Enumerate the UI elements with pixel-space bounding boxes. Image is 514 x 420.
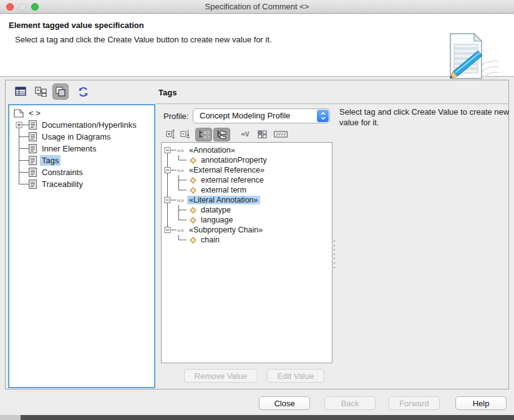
tree-item-external-reference-group[interactable]: «» «External Reference» (162, 165, 332, 175)
tree-connector-collapse[interactable] (164, 225, 177, 235)
tree-item-label: «Annotation» (187, 146, 237, 155)
grid-layout-button[interactable] (255, 130, 269, 138)
tree-connector (164, 205, 189, 215)
tag-diamond-icon (190, 217, 196, 224)
tree-item-language[interactable]: language (162, 215, 332, 225)
edit-value-button[interactable]: Edit Value (267, 369, 324, 383)
tree-item-label: Usage in Diagrams (40, 131, 113, 142)
tree-connector (164, 215, 189, 225)
root-element-icon (14, 109, 24, 118)
tree-connector-expand[interactable] (12, 119, 29, 131)
tree-item-usage-in-diagrams[interactable]: Usage in Diagrams (9, 131, 154, 143)
select-stepper-icon (317, 110, 329, 122)
dashed-field-icon (274, 131, 288, 138)
tree-item-subproperty-chain[interactable]: «» «Subproperty Chain» (162, 225, 332, 235)
show-values-button[interactable]: =V (239, 130, 251, 138)
tag-diamond-icon (190, 177, 196, 184)
expand-all-button[interactable] (164, 129, 178, 140)
tree-connector (12, 155, 29, 166)
help-button[interactable]: Help (455, 396, 507, 410)
tag-diamond-icon (190, 207, 196, 214)
back-button[interactable]: Back (324, 396, 376, 410)
tree-item-chain[interactable]: chain (162, 235, 332, 245)
tree-item-external-reference[interactable]: external reference (162, 175, 332, 185)
background-window-edge (21, 415, 514, 420)
containment-tree-panel[interactable]: < > Documentation/Hyperlinks (8, 104, 155, 388)
tree-item-label: datatype (199, 206, 233, 214)
element-usage-tree-icon[interactable] (35, 87, 47, 97)
tag-diamond-icon (190, 187, 196, 194)
tree-item-constraints[interactable]: Constraints (9, 166, 154, 178)
collapse-all-button[interactable] (178, 129, 193, 140)
window-title: Specification of Comment <> (0, 0, 514, 13)
tree-item-datatype[interactable]: datatype (162, 205, 332, 215)
tree-item-label: < > (27, 108, 42, 118)
stereotype-tree-view-icon: <> <> (198, 130, 210, 140)
background-desktop-gap (0, 415, 21, 420)
tree-connector-collapse[interactable] (164, 145, 177, 155)
equals-v-icon: =V (241, 130, 249, 138)
profile-selected-value: Concept Modeling Profile (200, 109, 290, 123)
tags-pane-title: Tags (158, 88, 177, 97)
tree-item-label: Constraints (40, 167, 85, 178)
tree-item-root[interactable]: < > (9, 107, 154, 119)
tag-diamond-icon (190, 157, 196, 164)
tree-connector-collapse[interactable] (164, 195, 177, 205)
document-icon (29, 132, 37, 141)
stereotype-icon: «» (177, 167, 185, 174)
document-icon (29, 168, 37, 177)
profile-select[interactable]: Concept Modeling Profile (193, 108, 330, 123)
tree-item-annotation-property[interactable]: annotationProperty (162, 155, 332, 165)
containment-view-toggle-button[interactable] (52, 84, 69, 100)
tree-item-label: Documentation/Hyperlinks (40, 120, 138, 130)
document-icon (29, 179, 37, 189)
tag-diamond-icon (190, 237, 196, 244)
tree-connector (12, 178, 29, 190)
value-field-button[interactable] (273, 131, 289, 138)
remove-value-button[interactable]: Remove Value (184, 369, 258, 383)
tree-connector (164, 175, 189, 185)
tree-item-traceability[interactable]: Traceability (9, 178, 154, 190)
collapse-all-icon (180, 129, 191, 140)
tags-tree-toolbar: <> <> =V (164, 127, 289, 141)
refresh-icon[interactable] (77, 86, 89, 98)
expand-all-icon (166, 129, 177, 140)
tree-item-label-selected: «Literal Annotation» (187, 196, 260, 204)
tree-item-label: external reference (199, 176, 266, 184)
tags-tree-panel[interactable]: «» «Annotation» annotationProperty «» (161, 142, 332, 363)
tree-item-label-selected: Tags (40, 155, 61, 166)
tree-item-inner-elements[interactable]: Inner Elements (9, 143, 154, 155)
header-divider (156, 103, 508, 104)
tree-connector-collapse[interactable] (164, 165, 177, 175)
document-icon (29, 120, 37, 130)
tree-item-documentation[interactable]: Documentation/Hyperlinks (9, 119, 154, 131)
svg-text:<>: <> (203, 134, 210, 140)
profile-label: Profile: (163, 112, 188, 121)
specification-dialog: Specification of Comment <> Element tagg… (0, 0, 514, 420)
stereotype-icon: «» (177, 227, 185, 234)
close-button[interactable]: Close (259, 396, 310, 410)
stereotype-icon: «» (177, 197, 185, 204)
overlapping-squares-icon (54, 85, 67, 98)
dialog-header: Element tagged value specification Selec… (0, 14, 514, 77)
tree-item-label: «Subproperty Chain» (187, 226, 264, 234)
splitter-grip[interactable] (334, 241, 336, 270)
tree-item-external-term[interactable]: external term (162, 185, 332, 195)
stereotype-icon: «» (177, 147, 185, 154)
tree-connector (164, 155, 189, 165)
header-title: Element tagged value specification (9, 21, 144, 30)
tree-item-annotation[interactable]: «» «Annotation» (162, 145, 332, 155)
forward-button[interactable]: Forward (389, 396, 440, 410)
tree-item-label: chain (199, 236, 221, 244)
grid-icon (258, 130, 267, 138)
view-stereotypes-toggle-button[interactable]: <> <> (195, 128, 212, 141)
tree-item-label: Inner Elements (40, 143, 98, 154)
tree-connector (164, 185, 189, 195)
tree-item-label: «External Reference» (187, 166, 266, 174)
tree-item-tags[interactable]: Tags (9, 155, 154, 166)
title-bar[interactable]: Specification of Comment <> (0, 0, 514, 14)
folder-tree-view-icon (216, 130, 228, 140)
group-by-folders-toggle-button[interactable] (213, 128, 230, 141)
tree-item-literal-annotation[interactable]: «» «Literal Annotation» (162, 195, 332, 205)
properties-table-icon[interactable] (15, 87, 26, 97)
